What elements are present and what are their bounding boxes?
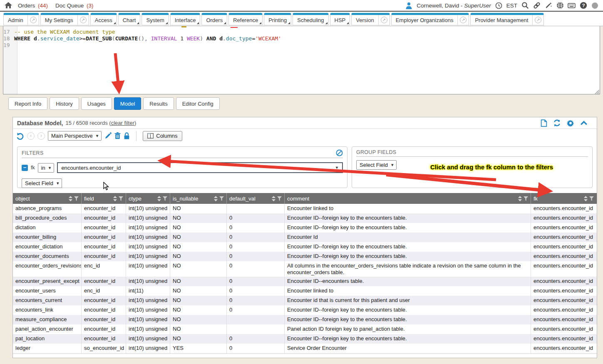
table-row[interactable]: encounters_linkencounter_idint(10) unsig… [13,305,597,315]
cell-ctype: int(10) unsigned [126,233,170,242]
app-window: Orders (44)Doc Queue (3) Cornewell, Davi… [0,0,603,364]
nav-tab-admin[interactable]: Admin↗ [3,13,39,25]
column-header-is-nullable[interactable]: is_nullable [170,193,227,204]
cell-field: encounter_id [82,296,126,305]
tab-report-info[interactable]: Report Info [8,97,47,110]
nav-tabs: Admin↗My Settings↗AccessChartSystemInter… [0,12,603,26]
perspective-select[interactable]: Main Perspective [48,131,102,141]
filters-add-field-select[interactable]: Select Field [22,178,62,188]
column-header-field[interactable]: field [82,193,126,204]
column-header-fk[interactable]: fk [531,193,596,204]
table-row[interactable]: absence_programsencounter_idint(10) unsi… [13,204,597,213]
nav-tab-reference[interactable]: Reference [228,13,263,25]
table-row[interactable]: panel_action_encounterencounter_idint(10… [13,324,597,334]
column-header-object[interactable]: object [13,193,82,204]
wand-icon[interactable] [544,2,552,10]
nav-tab-hsp[interactable]: HSP [330,13,350,25]
tab-editor-config[interactable]: Editor Config [176,97,220,110]
column-header-ctype[interactable]: ctype [126,193,170,204]
filter-value-text: encounters.encounter_id [61,165,335,171]
cell-fk: encounters.encounter_id [531,213,596,223]
table-row[interactable]: bill_procedure_codesencounter_idint(10) … [13,213,597,223]
table-row[interactable]: ledgerso_encounter_idint(10) unsignedYES… [13,344,597,353]
keyboard-icon[interactable] [568,2,576,10]
group-add-field-select[interactable]: Select Field [356,160,397,170]
nav-tab-my-settings[interactable]: My Settings↗ [40,13,89,25]
table-row[interactable]: measure_complianceencounter_idint(10) un… [13,315,597,324]
clear-filter-link[interactable]: clear filter [111,120,134,126]
filter-operator-select[interactable]: in [38,163,55,173]
table-row[interactable]: encounter_orders_revisionsenc_idint(10) … [13,261,597,277]
table-row[interactable]: encounters_currentencounter_idint(10) un… [13,296,597,305]
clock-icon[interactable] [495,2,503,10]
nav-tab-version[interactable]: Version↗ [351,13,390,25]
home-icon[interactable] [4,2,12,10]
collapse-chevron-icon[interactable] [580,120,588,126]
filter-value-combobox[interactable]: encounters.encounter_id [57,162,343,173]
nav-tab-chart[interactable]: Chart [118,13,141,25]
cell-ctype: int(10) unsigned [126,261,170,277]
user-name[interactable]: Cornewell, David - SuperUser [417,2,491,9]
column-header-comment[interactable]: comment [285,193,531,204]
filter-zone: FILTERS − fk in encounters.encounter_id … [17,146,593,188]
filter-funnel-icon [524,196,528,201]
columns-icon [147,133,154,139]
link-icon[interactable] [533,2,541,10]
table-row[interactable]: encounter_usersenc_idint(11)NO0Encounter… [13,286,597,296]
nav-tab-system[interactable]: System [141,13,169,25]
nav-tab-interface[interactable]: Interface [170,13,201,25]
columns-button[interactable]: Columns [143,131,182,141]
sort-icon [272,196,275,201]
nav-tab-printing[interactable]: Printing [264,13,291,25]
delete-trash-icon[interactable] [114,132,121,139]
gear-icon[interactable] [567,119,574,127]
presence-status-icon[interactable] [591,2,599,10]
open-in-new-icon[interactable]: ↗ [27,15,39,25]
table-row[interactable]: dictationencounter_idint(10) unsignedNO0… [13,223,597,233]
topbar-link-orders[interactable]: Orders (44) [18,2,48,9]
open-in-new-icon[interactable]: ↗ [457,15,469,25]
remove-filter-icon[interactable]: − [22,165,28,171]
cell-object: encounter_orders_revisions [13,261,82,277]
tab-model[interactable]: Model [114,97,141,110]
globe-icon[interactable] [556,2,564,10]
filter-funnel-icon [277,196,282,201]
table-row[interactable]: encounter_dictationencounter_idint(10) u… [13,242,597,252]
cell-fk: encounters.encounter_id [531,324,596,334]
record-count: 15 / 6508 records (clear filter) [65,120,136,126]
help-icon[interactable]: ? [579,2,587,10]
history-back-icon[interactable]: ‹ [27,132,35,140]
edit-pencil-icon[interactable] [104,132,112,139]
open-in-new-icon[interactable]: ↗ [532,15,543,25]
sql-editor[interactable]: 17-- use the WCEXAM document type18WHERE… [3,26,600,94]
refresh-icon[interactable] [553,119,561,127]
model-table: objectfieldctypeis_nullabledefault_valco… [13,193,597,354]
open-in-new-icon[interactable]: ↗ [378,15,390,25]
open-in-new-icon[interactable]: ↗ [77,15,89,25]
column-header-default-val[interactable]: default_val [227,193,285,204]
history-forward-icon[interactable]: › [37,132,45,140]
table-row[interactable]: encounter_billingencounter_idint(10) uns… [13,233,597,242]
cell-comment: Service Order Encounter [285,344,531,353]
new-document-icon[interactable] [541,119,547,127]
tab-history[interactable]: History [50,97,79,110]
table-row[interactable]: pat_locationencounter_idint(10) unsigned… [13,334,597,344]
nav-tab-employer-organizations[interactable]: Employer Organizations↗ [391,13,469,25]
table-row[interactable]: encounter_documentsencounter_idint(10) u… [13,252,597,261]
editor-resize-handle[interactable] [594,88,599,94]
tab-usages[interactable]: Usages [81,97,112,110]
search-icon[interactable] [521,2,529,10]
table-row[interactable]: encounter_present_exceptencounter_idint(… [13,277,597,286]
nav-tab-access[interactable]: Access [90,13,117,25]
nav-tab-label: Admin [4,15,27,25]
lock-icon[interactable] [124,132,130,139]
clear-filters-icon[interactable] [336,149,343,156]
nav-tab-orders[interactable]: Orders [201,13,227,25]
undo-icon[interactable] [16,132,24,140]
nav-tab-provider-management[interactable]: Provider Management↗ [470,13,544,25]
cell-is-nullable: NO [170,286,227,296]
tab-results[interactable]: Results [143,97,174,110]
cell-ctype: int(10) unsigned [126,242,170,252]
nav-tab-scheduling[interactable]: Scheduling [293,13,328,25]
topbar-link-doc-queue[interactable]: Doc Queue (3) [55,2,94,9]
